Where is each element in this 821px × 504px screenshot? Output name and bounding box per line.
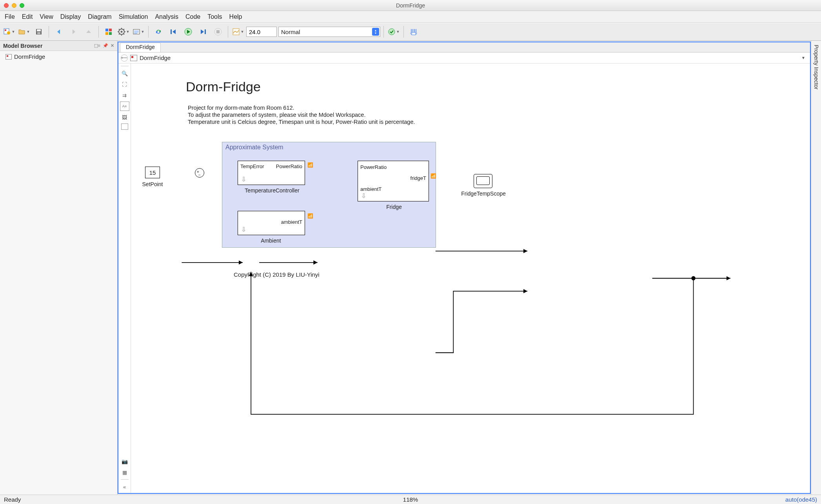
menu-bar: File Edit View Display Diagram Simulatio…	[0, 11, 821, 23]
menu-file[interactable]: File	[5, 13, 15, 20]
toolbar-separator	[49, 26, 49, 38]
toolbar-separator	[228, 26, 228, 38]
scope-label: FridgeTempScope	[458, 190, 509, 197]
screenshot-icon[interactable]: 📷	[120, 457, 129, 466]
window-titlebar: DormFridge	[0, 0, 821, 11]
area-icon[interactable]	[121, 123, 128, 130]
menu-display[interactable]: Display	[60, 13, 81, 20]
breadcrumb-dropdown-icon[interactable]: ▼	[801, 56, 808, 60]
property-inspector-label: Property Inspector	[813, 45, 819, 89]
close-pane-icon[interactable]: ✕	[111, 43, 114, 48]
zoom-in-icon[interactable]: 🔍	[120, 69, 129, 78]
menu-analysis[interactable]: Analysis	[155, 13, 178, 20]
annotation-icon[interactable]: A≡	[120, 102, 129, 111]
open-button[interactable]: ▼	[17, 25, 31, 38]
tree-item-label: DormFridge	[14, 53, 45, 60]
main-toolbar: + ▼ ▼ ▼ ▼ ▼	[0, 23, 821, 41]
block-diagram-canvas[interactable]: Dorm-Fridge Project for my dorm-mate fro…	[131, 63, 810, 493]
status-zoom[interactable]: 118%	[403, 496, 418, 503]
subsystem-arrow-icon: ⇩	[361, 192, 366, 199]
fridge-block[interactable]: PowerRatio ambientT fridgeT ⇩	[358, 161, 429, 201]
library-browser-button[interactable]	[102, 25, 115, 38]
svg-point-31	[389, 29, 395, 35]
sum-block[interactable]: +−	[195, 168, 204, 178]
save-button[interactable]	[32, 25, 45, 38]
minimize-window-button[interactable]	[12, 3, 16, 8]
collapse-palette-icon[interactable]: «	[120, 482, 129, 491]
fit-to-view-icon[interactable]: ⛶	[120, 80, 129, 89]
step-back-button[interactable]	[167, 25, 180, 38]
chevron-down-icon: ▼	[12, 30, 15, 34]
simulation-mode-select[interactable]: Normal ▲▼	[278, 27, 380, 37]
menu-help[interactable]: Help	[229, 13, 242, 20]
menu-edit[interactable]: Edit	[22, 13, 33, 20]
menu-tools[interactable]: Tools	[207, 13, 222, 20]
fridge-input2-port: ambientT	[360, 186, 381, 192]
status-solver[interactable]: auto(ode45)	[785, 496, 817, 503]
ambient-label: Ambient	[253, 237, 289, 244]
svg-point-42	[691, 276, 695, 281]
menu-code[interactable]: Code	[185, 13, 200, 20]
forward-button[interactable]	[67, 25, 80, 38]
traffic-lights	[4, 3, 24, 8]
run-button[interactable]	[182, 25, 195, 38]
temperature-controller-block[interactable]: TempError PowerRatio ⇩	[238, 161, 305, 185]
menu-view[interactable]: View	[40, 13, 53, 20]
signal-logging-icon: 📶	[307, 162, 313, 168]
ambient-output-port: ambientT	[281, 219, 302, 225]
model-config-button[interactable]: ▼	[117, 25, 130, 38]
svg-rect-8	[109, 29, 112, 31]
menu-diagram[interactable]: Diagram	[88, 13, 111, 20]
svg-point-12	[120, 31, 122, 33]
zoom-window-button[interactable]	[20, 3, 24, 8]
menu-simulation[interactable]: Simulation	[119, 13, 148, 20]
build-button[interactable]	[407, 25, 420, 38]
select-arrows-icon: ▲▼	[372, 28, 379, 36]
svg-rect-9	[105, 32, 108, 35]
breadcrumb-name[interactable]: DormFridge	[140, 54, 171, 61]
log-viewer-button[interactable]: ▼	[132, 25, 145, 38]
filter-icon[interactable]: ⬚≡	[94, 43, 100, 48]
svg-line-38	[259, 251, 318, 263]
simulation-mode-value: Normal	[281, 29, 300, 35]
new-model-button[interactable]: + ▼	[2, 25, 16, 38]
canvas-palette: 🔍 ⛶ ⇉ A≡ 🖼 📷 ▦ «	[118, 63, 131, 493]
svg-rect-27	[205, 29, 206, 34]
update-diagram-button[interactable]	[152, 25, 165, 38]
close-window-button[interactable]	[4, 3, 9, 8]
ambient-block[interactable]: ambientT ⇩	[238, 211, 305, 235]
copyright-annotation[interactable]: CopyRight (C) 2019 By LIU-Yinyi	[234, 271, 320, 278]
model-data-icon[interactable]: ▦	[120, 468, 129, 477]
window-title: DormFridge	[0, 2, 821, 9]
toolbar-separator	[148, 26, 149, 38]
signal-wires	[131, 63, 810, 493]
toolbar-separator	[383, 26, 384, 38]
breadcrumb-back-button[interactable]: ⟵	[121, 54, 128, 62]
toolbar-separator	[403, 26, 404, 38]
svg-text:+: +	[7, 31, 9, 35]
back-button[interactable]	[52, 25, 65, 38]
checkmark-button[interactable]: ▼	[387, 25, 400, 38]
tree-item-root[interactable]: DormFridge	[4, 53, 113, 61]
auto-arrange-icon[interactable]: ⇉	[120, 91, 129, 100]
setpoint-block[interactable]: 15	[145, 167, 160, 178]
model-browser-title: Model Browser	[3, 43, 42, 49]
step-forward-button[interactable]	[196, 25, 210, 38]
scope-block[interactable]	[474, 174, 492, 188]
svg-rect-5	[37, 29, 41, 31]
svg-rect-1	[5, 29, 6, 31]
pin-icon[interactable]: 📌	[103, 43, 108, 48]
property-inspector-tab[interactable]: Property Inspector	[811, 41, 821, 495]
data-inspector-button[interactable]: ▼	[231, 25, 245, 38]
stop-time-input[interactable]	[246, 27, 277, 37]
tab-model[interactable]: DormFridge	[120, 43, 161, 52]
diagram-title-annotation[interactable]: Dorm-Fridge	[186, 79, 261, 94]
svg-rect-7	[105, 29, 108, 31]
model-tree: DormFridge	[0, 51, 117, 62]
stop-button[interactable]	[211, 25, 225, 38]
up-button[interactable]	[82, 25, 95, 38]
chevron-down-icon: ▼	[141, 30, 145, 34]
tc-output-port: PowerRatio	[276, 163, 302, 169]
image-icon[interactable]: 🖼	[120, 112, 129, 122]
diagram-description-annotation[interactable]: Project for my dorm-mate from Room 612. …	[188, 104, 415, 125]
